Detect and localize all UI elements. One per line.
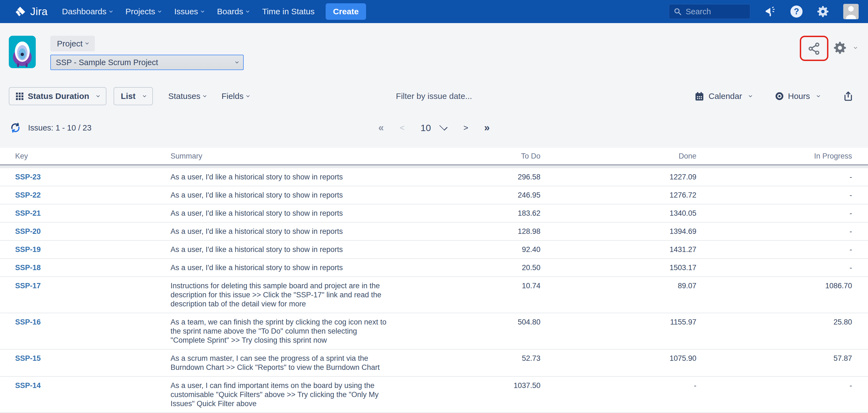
header-divider-band — [0, 165, 868, 168]
todo-value: 10.74 — [402, 281, 540, 290]
table-row: SSP-20 As a user, I'd like a historical … — [0, 222, 868, 241]
table-row: SSP-18 As a user, I'd like a historical … — [0, 259, 868, 277]
refresh-icon[interactable] — [10, 122, 21, 133]
issue-key-link[interactable]: SSP-15 — [15, 354, 170, 363]
chevron-down-icon — [235, 60, 239, 64]
brand-name: Jira — [30, 6, 48, 18]
nav-item-time-in-status[interactable]: Time in Status — [262, 7, 315, 16]
project-select[interactable]: SSP - Sample Scrum Project — [50, 55, 244, 70]
search-box[interactable] — [669, 4, 750, 19]
issue-key-link[interactable]: SSP-16 — [15, 318, 170, 327]
nav-menu: Dashboards Projects Issues Boards Time i… — [62, 7, 315, 16]
export-button[interactable] — [843, 91, 854, 102]
feedback-megaphone-icon[interactable] — [764, 5, 777, 18]
issue-key-link[interactable]: SSP-17 — [15, 281, 170, 290]
column-header-summary[interactable]: Summary — [170, 152, 402, 161]
chevron-down-icon — [246, 94, 250, 97]
inprogress-value: 57.87 — [696, 354, 852, 363]
next-page-button[interactable]: > — [463, 123, 468, 132]
done-value: 1503.17 — [540, 263, 696, 272]
issue-date-filter[interactable]: Filter by issue date... — [396, 92, 472, 101]
last-page-button[interactable]: » — [484, 122, 490, 134]
top-navbar: Jira Dashboards Projects Issues Boards T… — [0, 0, 868, 23]
jira-logo[interactable]: Jira — [14, 5, 48, 18]
inprogress-value: - — [696, 173, 852, 182]
inprogress-value: - — [696, 191, 852, 200]
toolbar-right-group: Calendar Hours — [694, 91, 854, 102]
todo-value: 183.62 — [402, 209, 540, 218]
inprogress-value: 1086.70 — [696, 281, 852, 290]
issue-key-link[interactable]: SSP-23 — [15, 173, 170, 182]
report-type-button[interactable]: Status Duration — [9, 87, 106, 105]
issue-summary: As a team, we can finish the sprint by c… — [170, 318, 402, 345]
chevron-down-icon — [86, 41, 89, 44]
todo-value: 52.73 — [402, 354, 540, 363]
issue-summary: As a user, I'd like a historical story t… — [170, 245, 402, 254]
issue-key-link[interactable]: SSP-22 — [15, 191, 170, 200]
project-avatar — [9, 36, 36, 68]
issue-summary: As a user, I'd like a historical story t… — [170, 191, 402, 200]
done-value: 1394.69 — [540, 227, 696, 236]
settings-gear-icon[interactable] — [816, 5, 830, 18]
annotation-highlight-box — [800, 36, 828, 61]
issue-summary: As a user, I'd like a historical story t… — [170, 227, 402, 236]
chevron-down-icon — [439, 123, 448, 131]
scope-selector-button[interactable]: Project — [50, 36, 95, 51]
nav-right-group: ? — [669, 4, 859, 19]
table-row: SSP-21 As a user, I'd like a historical … — [0, 204, 868, 222]
todo-value: 246.95 — [402, 191, 540, 200]
issue-summary: As a user, I'd like a historical story t… — [170, 209, 402, 218]
view-mode-button[interactable]: List — [114, 87, 153, 105]
calendar-dropdown[interactable]: Calendar — [694, 91, 752, 101]
table-row: SSP-15 As a scrum master, I can see the … — [0, 349, 868, 377]
nav-item-boards[interactable]: Boards — [217, 7, 249, 16]
table-row: SSP-22 As a user, I'd like a historical … — [0, 186, 868, 204]
chevron-down-icon — [158, 9, 162, 13]
inprogress-value: - — [696, 381, 852, 390]
issue-key-link[interactable]: SSP-20 — [15, 227, 170, 236]
page-size-dropdown[interactable]: 10 — [421, 123, 447, 133]
done-value: 1075.90 — [540, 354, 696, 363]
issues-count-group: Issues: 1 - 10 / 23 — [10, 118, 92, 137]
gear-icon — [833, 41, 847, 55]
table-row: SSP-23 As a user, I'd like a historical … — [0, 168, 868, 186]
issue-key-link[interactable]: SSP-18 — [15, 263, 170, 272]
issue-key-link[interactable]: SSP-21 — [15, 209, 170, 218]
chevron-down-icon — [203, 94, 207, 97]
inprogress-value: - — [696, 245, 852, 254]
share-button[interactable] — [807, 41, 821, 55]
statuses-dropdown[interactable]: Statuses — [168, 92, 206, 101]
issue-key-link[interactable]: SSP-14 — [15, 381, 170, 390]
avatar-body-shape — [846, 15, 856, 19]
fields-dropdown[interactable]: Fields — [221, 92, 249, 101]
inprogress-value: - — [696, 263, 852, 272]
pager: « < 10 > » — [378, 118, 490, 137]
report-toolbar: Status Duration List Statuses Fields Fil… — [0, 87, 868, 105]
issue-key-link[interactable]: SSP-19 — [15, 245, 170, 254]
issue-summary: Instructions for deleting this sample bo… — [170, 281, 402, 309]
nav-item-dashboards[interactable]: Dashboards — [62, 7, 112, 16]
report-settings-button[interactable] — [833, 41, 857, 55]
first-page-button[interactable]: « — [378, 122, 384, 134]
chevron-down-icon — [749, 94, 752, 97]
todo-value: 92.40 — [402, 245, 540, 254]
time-unit-dropdown[interactable]: Hours — [775, 92, 819, 101]
nav-item-projects[interactable]: Projects — [125, 7, 161, 16]
issues-count-label: Issues: 1 - 10 / 23 — [28, 124, 92, 132]
column-header-key[interactable]: Key — [15, 152, 170, 161]
column-header-todo[interactable]: To Do — [402, 152, 540, 161]
user-avatar[interactable] — [843, 4, 859, 19]
prev-page-button[interactable]: < — [400, 123, 405, 132]
todo-value: 296.58 — [402, 173, 540, 182]
column-header-done[interactable]: Done — [540, 152, 696, 161]
nav-item-issues[interactable]: Issues — [174, 7, 204, 16]
search-input[interactable] — [686, 7, 746, 16]
table-row: SSP-17 Instructions for deleting this sa… — [0, 277, 868, 313]
calendar-icon — [694, 91, 705, 101]
table-header-row: Key Summary To Do Done In Progress — [0, 148, 868, 165]
done-value: 1227.09 — [540, 173, 696, 182]
column-header-inprogress[interactable]: In Progress — [696, 152, 852, 161]
target-icon — [775, 92, 784, 101]
create-button[interactable]: Create — [326, 3, 366, 20]
help-icon[interactable]: ? — [790, 5, 803, 18]
